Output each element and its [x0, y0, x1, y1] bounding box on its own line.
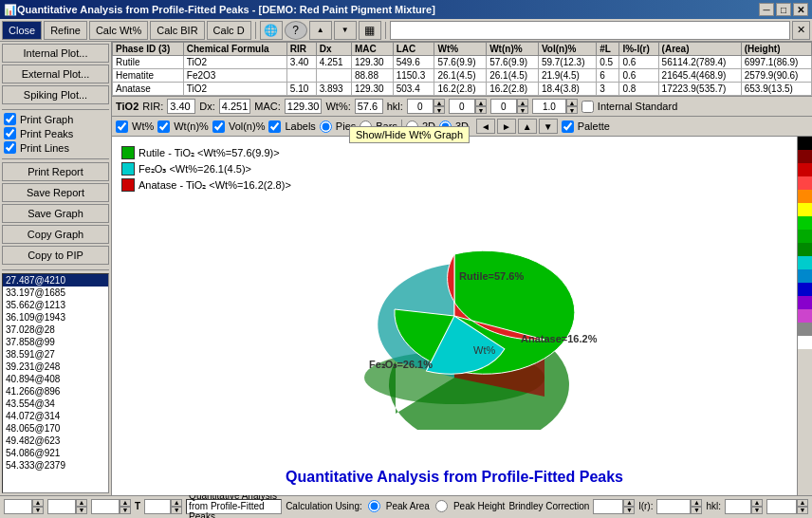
print-lines-checkbox[interactable]: Print Lines: [2, 141, 109, 154]
calc-wt-menu-button[interactable]: Calc Wt%: [89, 21, 148, 40]
palette-color-swatch[interactable]: [798, 283, 812, 296]
sidebar-list-item[interactable]: 48.065@170: [3, 422, 108, 435]
close-menu-button[interactable]: Close: [2, 21, 42, 40]
save-graph-button[interactable]: Save Graph: [2, 204, 109, 223]
palette-color-swatch[interactable]: [798, 150, 812, 163]
palette-checkbox[interactable]: [562, 120, 574, 133]
spinner-up-icon[interactable]: ▲: [309, 21, 332, 40]
palette-color-swatch[interactable]: [798, 323, 812, 336]
peak-height-radio[interactable]: [435, 500, 448, 512]
palette-color-swatch[interactable]: [798, 163, 812, 176]
print-graph-checkbox[interactable]: Print Graph: [2, 113, 109, 125]
wt-checkbox[interactable]: [116, 120, 128, 133]
title-text-field[interactable]: Quantitative Analysis from Profile-Fitte…: [186, 499, 282, 514]
sidebar-list-item[interactable]: 54.086@921: [3, 447, 108, 459]
hkl2-input[interactable]: [490, 99, 517, 114]
status-val3-spinner[interactable]: 1.0 ▲▼: [91, 499, 131, 514]
sidebar-list-item[interactable]: 44.072@314: [3, 410, 108, 422]
voln-checkbox[interactable]: [212, 120, 225, 133]
status-val1-input[interactable]: 0.0: [4, 499, 32, 514]
sidebar-list-item[interactable]: 33.197@1685: [3, 287, 108, 299]
hkl0-input[interactable]: [407, 99, 434, 114]
sidebar-list-item[interactable]: 37.028@28: [3, 324, 108, 336]
table-row[interactable]: RutileTiO23.404.251129.30549.657.6(9.9)5…: [113, 56, 812, 69]
sidebar-list-item[interactable]: 54.333@2379: [3, 459, 108, 472]
globe-icon[interactable]: 🌐: [260, 21, 283, 40]
copy-to-pip-button[interactable]: Copy to PIP: [2, 246, 109, 265]
copy-graph-button[interactable]: Copy Graph: [2, 225, 109, 244]
table-row[interactable]: HematiteFe2O388.881150.326.1(4.5)26.1(4.…: [113, 69, 812, 83]
sidebar-list-item[interactable]: 39.231@248: [3, 361, 108, 373]
sidebar-list-item[interactable]: 35.662@1213: [3, 299, 108, 311]
palette-color-swatch[interactable]: [798, 216, 812, 230]
sidebar-list-item[interactable]: 49.482@623: [3, 435, 108, 447]
tilt-up-button[interactable]: ▲: [518, 119, 537, 134]
sidebar-list-item[interactable]: 43.554@34: [3, 398, 108, 410]
peak-list[interactable]: 27.487@421033.197@168535.662@121336.109@…: [2, 273, 109, 493]
analysis-close-button[interactable]: ✕: [792, 21, 810, 40]
palette-color-swatch[interactable]: [798, 243, 812, 256]
calc-bir-menu-button[interactable]: Calc BIR: [150, 21, 204, 40]
wtn-checkbox[interactable]: [157, 120, 170, 133]
minimize-button[interactable]: ─: [759, 3, 774, 16]
final-scale-input[interactable]: 1.0: [766, 499, 797, 514]
spinner-down-icon[interactable]: ▼: [334, 21, 357, 40]
palette-color-swatch[interactable]: [798, 309, 812, 323]
analysis-name-input[interactable]: !New Quantitative Analysis: [390, 21, 790, 40]
spiking-plot-button[interactable]: Spiking Plot...: [2, 85, 109, 104]
labels-checkbox[interactable]: [268, 120, 281, 133]
sidebar-list-item[interactable]: 37.858@99: [3, 336, 108, 348]
final-scale-spinner[interactable]: 1.0 ▲▼: [766, 499, 808, 514]
external-plot-button[interactable]: External Plot...: [2, 65, 109, 83]
hkl1-spinner[interactable]: ▲▼: [449, 99, 487, 114]
ir-spinner[interactable]: 100.0 ▲▼: [656, 499, 702, 514]
palette-color-swatch[interactable]: [798, 203, 812, 216]
sidebar-list-item[interactable]: 40.894@408: [3, 373, 108, 385]
brindley-spinner[interactable]: 7.0 ▲▼: [593, 499, 635, 514]
hkl-status-input[interactable]: 1: [725, 499, 751, 514]
palette-color-swatch[interactable]: [798, 336, 812, 349]
fontsize-input[interactable]: 15: [144, 499, 171, 514]
print-report-button[interactable]: Print Report: [2, 162, 109, 181]
sidebar-list-item[interactable]: 38.591@27: [3, 348, 108, 361]
brindley-input[interactable]: 7.0: [593, 499, 623, 514]
calc-d-menu-button[interactable]: Calc D: [207, 21, 251, 40]
internal-standard-checkbox[interactable]: [581, 101, 594, 113]
tilt-down-button[interactable]: ▼: [539, 119, 558, 134]
palette-color-swatch[interactable]: [798, 269, 812, 283]
palette-color-swatch[interactable]: [798, 256, 812, 269]
grid-icon[interactable]: ▦: [359, 21, 381, 40]
print-peaks-checkbox[interactable]: Print Peaks: [2, 127, 109, 139]
help-icon[interactable]: ?: [285, 21, 307, 40]
table-row[interactable]: AnataseTiO25.103.893129.30503.416.2(2.8)…: [113, 83, 812, 96]
save-report-button[interactable]: Save Report: [2, 183, 109, 202]
status-val2-spinner[interactable]: 1.0 ▲▼: [47, 499, 87, 514]
scale-input[interactable]: [532, 99, 566, 114]
scale-spinner[interactable]: ▲▼: [532, 99, 578, 114]
sidebar-list-item[interactable]: 41.266@896: [3, 385, 108, 398]
hkl2-spinner[interactable]: ▲▼: [490, 99, 528, 114]
status-val2-input[interactable]: 1.0: [47, 499, 76, 514]
close-button[interactable]: ✕: [793, 3, 808, 16]
fontsize-spinner[interactable]: 15 ▲▼: [144, 499, 182, 514]
sidebar-list-item[interactable]: 36.109@1943: [3, 311, 108, 324]
palette-color-swatch[interactable]: [798, 190, 812, 203]
hkl-status-spinner[interactable]: 1 ▲▼: [725, 499, 763, 514]
rotate-left-button[interactable]: ◄: [476, 119, 495, 134]
hkl0-spinner[interactable]: ▲▼: [407, 99, 445, 114]
status-val3-input[interactable]: 1.0: [91, 499, 120, 514]
palette-color-swatch[interactable]: [798, 230, 812, 243]
peak-area-radio[interactable]: [368, 500, 380, 512]
ir-input[interactable]: 100.0: [656, 499, 691, 514]
palette-color-swatch[interactable]: [798, 137, 812, 150]
hkl1-input[interactable]: [449, 99, 475, 114]
internal-plot-button[interactable]: Internal Plot...: [2, 44, 109, 63]
rotate-right-button[interactable]: ►: [497, 119, 516, 134]
pies-radio[interactable]: [320, 120, 332, 133]
palette-color-swatch[interactable]: [798, 296, 812, 309]
refine-menu-button[interactable]: Refine: [44, 21, 87, 40]
status-val1-spinner[interactable]: 0.0 ▲▼: [4, 499, 44, 514]
palette-color-swatch[interactable]: [798, 176, 812, 190]
maximize-button[interactable]: □: [776, 3, 791, 16]
sidebar-list-item[interactable]: 27.487@4210: [3, 274, 108, 287]
